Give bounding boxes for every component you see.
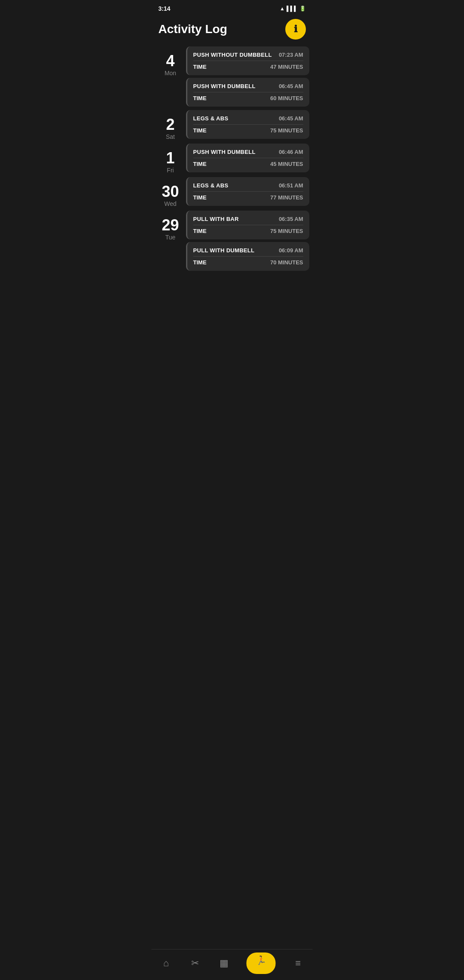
activity-duration-row: TIME70 MINUTES: [193, 259, 303, 266]
day-number: 30: [155, 184, 186, 199]
day-name: Tue: [155, 234, 186, 241]
card-divider: [193, 191, 303, 192]
day-activities: PUSH WITHOUT DUMBBELL07:23 AMTIME47 MINU…: [186, 46, 309, 107]
day-label: 30Wed: [155, 177, 186, 207]
page-header: Activity Log ℹ: [152, 15, 313, 46]
activity-name: PULL WITH DUMBELL: [193, 247, 255, 254]
activity-name: LEGS & ABS: [193, 182, 229, 189]
activity-card[interactable]: LEGS & ABS06:45 AMTIME75 MINUTES: [186, 110, 309, 139]
page-title: Activity Log: [159, 22, 227, 36]
activity-duration-row: TIME75 MINUTES: [193, 228, 303, 234]
bottom-navigation: ⌂ ✂ ▦ 🏃 Activity ≡: [152, 949, 313, 980]
activity-time: 06:09 AM: [279, 247, 303, 254]
status-icons: ▲ ▌▌▌ 🔋: [280, 6, 305, 12]
day-number: 29: [155, 217, 186, 233]
day-activities: PULL WITH BAR06:35 AMTIME75 MINUTESPULL …: [186, 211, 309, 271]
calendar-icon: ▦: [220, 958, 229, 969]
card-divider: [193, 158, 303, 158]
activity-name-row: PULL WITH BAR06:35 AM: [193, 216, 303, 222]
activity-name-row: LEGS & ABS06:51 AM: [193, 182, 303, 189]
activity-time: 06:35 AM: [279, 216, 303, 222]
day-section: 1FriPUSH WITH DUMBELL06:46 AMTIME45 MINU…: [155, 144, 309, 174]
nav-menu[interactable]: ≡: [288, 956, 308, 971]
activity-card[interactable]: PUSH WITHOUT DUMBBELL07:23 AMTIME47 MINU…: [186, 46, 309, 75]
nav-home[interactable]: ⌂: [156, 956, 176, 971]
day-number: 4: [155, 53, 186, 69]
activity-card[interactable]: PULL WITH DUMBELL06:09 AMTIME70 MINUTES: [186, 242, 309, 271]
time-label: TIME: [193, 228, 207, 234]
status-time: 3:14: [159, 5, 171, 12]
card-divider: [193, 124, 303, 125]
activity-duration: 60 MINUTES: [270, 95, 303, 101]
day-activities: PUSH WITH DUMBELL06:46 AMTIME45 MINUTES: [186, 144, 309, 172]
nav-activity[interactable]: 🏃 Activity: [243, 951, 279, 976]
day-activities: LEGS & ABS06:51 AMTIME77 MINUTES: [186, 177, 309, 206]
day-label: 29Tue: [155, 211, 186, 241]
day-name: Fri: [155, 167, 186, 174]
day-name: Sat: [155, 133, 186, 140]
nav-calendar[interactable]: ▦: [214, 956, 235, 971]
status-bar: 3:14 ▲ ▌▌▌ 🔋: [152, 0, 313, 15]
activity-name: PUSH WITHOUT DUMBBELL: [193, 52, 272, 58]
activity-card[interactable]: PULL WITH BAR06:35 AMTIME75 MINUTES: [186, 211, 309, 239]
activity-name: LEGS & ABS: [193, 115, 229, 122]
time-label: TIME: [193, 259, 207, 266]
time-label: TIME: [193, 95, 207, 101]
card-divider: [193, 61, 303, 61]
day-label: 1Fri: [155, 144, 186, 174]
day-section: 4MonPUSH WITHOUT DUMBBELL07:23 AMTIME47 …: [155, 46, 309, 107]
activity-card[interactable]: LEGS & ABS06:51 AMTIME77 MINUTES: [186, 177, 309, 206]
activity-duration-row: TIME60 MINUTES: [193, 95, 303, 101]
card-divider: [193, 225, 303, 225]
activity-name-row: PUSH WITH DUMBELL06:45 AM: [193, 83, 303, 89]
nav-activity-label: Activity: [253, 967, 269, 971]
activity-name-row: PUSH WITHOUT DUMBBELL07:23 AM: [193, 52, 303, 58]
card-divider: [193, 92, 303, 92]
activity-duration: 75 MINUTES: [270, 228, 303, 234]
wifi-icon: ▲: [280, 6, 285, 12]
day-label: 4Mon: [155, 46, 186, 77]
tools-icon: ✂: [191, 958, 199, 969]
activity-card[interactable]: PUSH WITH DUMBELL06:46 AMTIME45 MINUTES: [186, 144, 309, 172]
nav-tools[interactable]: ✂: [185, 956, 205, 971]
menu-icon: ≡: [295, 958, 301, 969]
activity-time: 07:23 AM: [279, 52, 303, 58]
activity-time: 06:45 AM: [279, 83, 303, 89]
day-section: 2SatLEGS & ABS06:45 AMTIME75 MINUTES: [155, 110, 309, 140]
card-divider: [193, 256, 303, 257]
activity-list: 4MonPUSH WITHOUT DUMBBELL07:23 AMTIME47 …: [152, 46, 313, 309]
battery-icon: 🔋: [299, 6, 306, 12]
activity-duration-row: TIME47 MINUTES: [193, 64, 303, 70]
activity-time: 06:51 AM: [279, 182, 303, 189]
activity-duration: 75 MINUTES: [270, 127, 303, 134]
time-label: TIME: [193, 161, 207, 167]
activity-name: PUSH WITH DUMBELL: [193, 149, 256, 155]
activity-icon: 🏃: [256, 955, 266, 965]
activity-duration: 77 MINUTES: [270, 194, 303, 201]
day-name: Wed: [155, 200, 186, 207]
home-icon: ⌂: [163, 958, 169, 969]
day-number: 1: [155, 150, 186, 166]
signal-icon: ▌▌▌: [287, 6, 298, 12]
time-label: TIME: [193, 64, 207, 70]
activity-name-row: LEGS & ABS06:45 AM: [193, 115, 303, 122]
activity-card[interactable]: PUSH WITH DUMBELL06:45 AMTIME60 MINUTES: [186, 78, 309, 107]
activity-duration-row: TIME75 MINUTES: [193, 127, 303, 134]
day-number: 2: [155, 117, 186, 132]
info-button[interactable]: ℹ: [285, 19, 306, 40]
time-label: TIME: [193, 194, 207, 201]
day-section: 30WedLEGS & ABS06:51 AMTIME77 MINUTES: [155, 177, 309, 207]
time-label: TIME: [193, 127, 207, 134]
day-section: 29TuePULL WITH BAR06:35 AMTIME75 MINUTES…: [155, 211, 309, 271]
activity-name-row: PUSH WITH DUMBELL06:46 AM: [193, 149, 303, 155]
activity-duration: 45 MINUTES: [270, 161, 303, 167]
activity-name-row: PULL WITH DUMBELL06:09 AM: [193, 247, 303, 254]
activity-name: PULL WITH BAR: [193, 216, 239, 222]
activity-name: PUSH WITH DUMBELL: [193, 83, 256, 89]
activity-time: 06:46 AM: [279, 149, 303, 155]
activity-duration-row: TIME77 MINUTES: [193, 194, 303, 201]
activity-duration-row: TIME45 MINUTES: [193, 161, 303, 167]
day-name: Mon: [155, 70, 186, 77]
activity-duration: 70 MINUTES: [270, 259, 303, 266]
activity-duration: 47 MINUTES: [270, 64, 303, 70]
